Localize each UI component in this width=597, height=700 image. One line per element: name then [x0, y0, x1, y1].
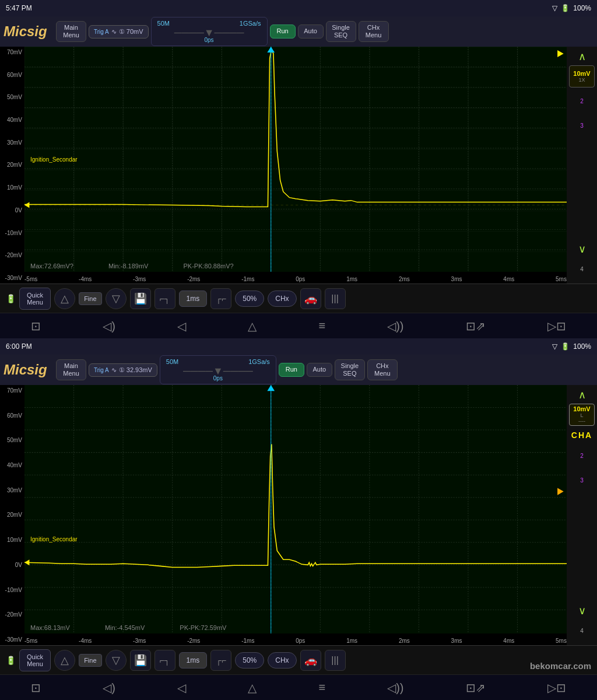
- chx-menu-btn-1[interactable]: CHx Menu: [359, 21, 389, 42]
- stat-pkpk-1: PK-PK:80.88mV?: [183, 262, 233, 270]
- vol-down-nav-2[interactable]: ◁): [103, 681, 115, 695]
- osc-body-1: 70mV 60mV 50mV 40mV 30mV 20mV 10mV 0V -1…: [0, 47, 597, 284]
- stat-max-1: Max:72.69mV?: [30, 262, 73, 270]
- sidebar-ch3-1[interactable]: 3: [569, 114, 595, 136]
- osc-grid-2: [24, 385, 567, 634]
- nav-bar-1: ⊡ ◁) ◁ △ ≡ ◁)) ⊡⇗ ▷⊡: [0, 313, 597, 338]
- vol-down-nav-1[interactable]: ◁): [103, 319, 115, 333]
- auto-btn-2[interactable]: Auto: [307, 363, 332, 376]
- fifty-pct-btn-1[interactable]: 50%: [235, 290, 264, 307]
- logo-2: Micsig: [3, 362, 50, 378]
- battery-icon-tb-1: 🔋: [6, 294, 16, 303]
- stat-min-1: Min:-8.189mV: [108, 262, 148, 270]
- auto-btn-1[interactable]: Auto: [298, 24, 324, 38]
- time-scale-2: 50M: [166, 358, 178, 365]
- stat-max-2: Max:68.13mV: [30, 624, 70, 631]
- osc-sidebar-2: ∧ 10mV L ---- CHA 2 3 ∨ 4: [567, 385, 597, 645]
- battery-icon-2: 🔋: [561, 342, 570, 351]
- time-display-2[interactable]: 50M 1GSa/s ────▼──── 0ps: [160, 355, 276, 384]
- ch1-up-arrow-2[interactable]: ∧: [578, 388, 586, 401]
- falling-edge-btn-1[interactable]: ┌⌐: [210, 288, 231, 309]
- chx-btn-1[interactable]: CHx: [268, 290, 296, 307]
- stat-pkpk-2: PK-PK:72.59mV: [180, 624, 226, 631]
- wifi-icon-1: ▽: [552, 4, 557, 12]
- trig-label-2: Trig A: [94, 367, 109, 373]
- watermark: bekomcar.com: [530, 661, 591, 671]
- svg-rect-27: [24, 385, 567, 634]
- ch-signal-label-2: Ignition_Secondar: [30, 536, 78, 542]
- home-nav-1[interactable]: △: [248, 319, 257, 333]
- osc-header-1: Micsig Main Menu Trig A ∿ ① 70mV 50M 1GS…: [0, 16, 597, 47]
- nav-bar-2: ⊡ ◁) ◁ △ ≡ ◁)) ⊡⇗ ▷⊡: [0, 674, 597, 700]
- rising-edge-btn-1[interactable]: ⌐┐: [154, 288, 175, 309]
- ch1-down-arrow-1[interactable]: ∨: [578, 243, 586, 256]
- osc-screen-1[interactable]: 70mV 60mV 50mV 40mV 30mV 20mV 10mV 0V -1…: [0, 47, 567, 284]
- time-display-1[interactable]: 50M 1GSa/s ────▼──── 0ps: [151, 17, 268, 46]
- quick-menu-btn-2[interactable]: Quick Menu: [19, 649, 51, 671]
- menu-nav-1[interactable]: ≡: [318, 319, 325, 332]
- fine-btn-2[interactable]: Fine: [79, 654, 101, 667]
- quick-menu-btn-1[interactable]: Quick Menu: [19, 288, 51, 310]
- single-seq-btn-1[interactable]: Single SEQ: [326, 21, 356, 42]
- trig-value-1: ① 70mV: [119, 28, 143, 36]
- fifty-pct-btn-2[interactable]: 50%: [235, 652, 264, 668]
- stat-min-2: Min:-4.545mV: [105, 624, 145, 631]
- run-btn-1[interactable]: Run: [270, 24, 296, 38]
- trig-icon-2: ∿: [111, 366, 117, 374]
- wave-down-btn-1[interactable]: ▽: [106, 288, 127, 309]
- main-menu-btn-1[interactable]: Main Menu: [56, 21, 86, 42]
- sidebar-ch4-1[interactable]: 4: [569, 258, 595, 280]
- sidebar-ch2-2[interactable]: 2: [569, 444, 595, 467]
- wave-up-btn-2[interactable]: △: [54, 650, 75, 671]
- wave-up-btn-1[interactable]: △: [54, 288, 75, 309]
- three-lines-icon-2[interactable]: |||: [325, 650, 346, 671]
- fine-btn-1[interactable]: Fine: [79, 292, 101, 305]
- sidebar-ch2-1[interactable]: 2: [569, 90, 595, 112]
- osc-toolbar-2: 🔋 Quick Menu △ Fine ▽ 💾 ⌐┐ 1ms ┌⌐ 50% CH…: [0, 645, 597, 674]
- x-axis-labels-1: -5ms -4ms -3ms -2ms -1ms 0ps 1ms 2ms 3ms…: [24, 276, 567, 282]
- sidebar-ch3-2[interactable]: 3: [569, 469, 595, 491]
- status-bar-1: 5:47 PM ▽ 🔋 100%: [0, 0, 597, 16]
- ch1-down-arrow-2[interactable]: ∨: [578, 604, 586, 617]
- screenshot-nav-2[interactable]: ⊡: [31, 681, 41, 695]
- screenshot-nav-1[interactable]: ⊡: [31, 319, 41, 333]
- cast-nav-2[interactable]: ⊡⇗: [466, 681, 486, 695]
- falling-edge-btn-2[interactable]: ┌⌐: [210, 650, 231, 671]
- back-nav-1[interactable]: ◁: [177, 319, 186, 333]
- cast-nav-1[interactable]: ⊡⇗: [466, 319, 486, 333]
- single-seq-btn-2[interactable]: Single SEQ: [335, 359, 365, 380]
- rising-edge-btn-2[interactable]: ⌐┐: [154, 650, 175, 671]
- save-btn-1[interactable]: 💾: [130, 288, 151, 309]
- sidebar-ch1-2[interactable]: 10mV L ----: [569, 404, 595, 426]
- three-lines-icon-1[interactable]: |||: [325, 288, 346, 309]
- ch1-up-arrow-1[interactable]: ∧: [578, 50, 586, 63]
- osc-header-2: Micsig Main Menu Trig A ∿ ① 32.93mV 50M …: [0, 355, 597, 385]
- osc-grid-1: [24, 47, 567, 272]
- play-nav-1[interactable]: ▷⊡: [547, 319, 566, 333]
- trig-display-1[interactable]: Trig A ∿ ① 70mV: [89, 25, 149, 38]
- save-btn-2[interactable]: 💾: [130, 650, 151, 671]
- time-btn-2[interactable]: 1ms: [179, 652, 208, 668]
- sidebar-ch1-1[interactable]: 10mV 1X: [569, 65, 595, 88]
- play-nav-2[interactable]: ▷⊡: [547, 681, 566, 695]
- osc-screen-2[interactable]: 70mV 60mV 50mV 40mV 30mV 20mV 10mV 0V -1…: [0, 385, 567, 645]
- main-menu-btn-2[interactable]: Main Menu: [56, 359, 86, 380]
- menu-nav-2[interactable]: ≡: [318, 681, 325, 694]
- cha-label: CHA: [571, 430, 592, 440]
- osc-body-2: 70mV 60mV 50mV 40mV 30mV 20mV 10mV 0V -1…: [0, 385, 597, 645]
- osc-sidebar-1: ∧ 10mV 1X 2 3 ∨ 4: [567, 47, 597, 284]
- sidebar-ch4-2[interactable]: 4: [569, 620, 595, 642]
- vol-up-nav-2[interactable]: ◁)): [387, 681, 403, 695]
- trig-display-2[interactable]: Trig A ∿ ① 32.93mV: [89, 363, 157, 377]
- car-icon-2[interactable]: 🚗: [300, 650, 321, 671]
- home-nav-2[interactable]: △: [248, 681, 257, 695]
- chx-menu-btn-2[interactable]: CHx Menu: [367, 359, 398, 380]
- time-btn-1[interactable]: 1ms: [179, 290, 208, 307]
- chx-btn-2[interactable]: CHx: [268, 652, 296, 668]
- back-nav-2[interactable]: ◁: [177, 681, 186, 695]
- wave-down-btn-2[interactable]: ▽: [106, 650, 127, 671]
- car-icon-1[interactable]: 🚗: [300, 288, 321, 309]
- run-btn-2[interactable]: Run: [279, 363, 304, 376]
- vol-up-nav-1[interactable]: ◁)): [387, 319, 403, 333]
- stats-2: Max:68.13mV Min:-4.545mV PK-PK:72.59mV: [30, 624, 226, 631]
